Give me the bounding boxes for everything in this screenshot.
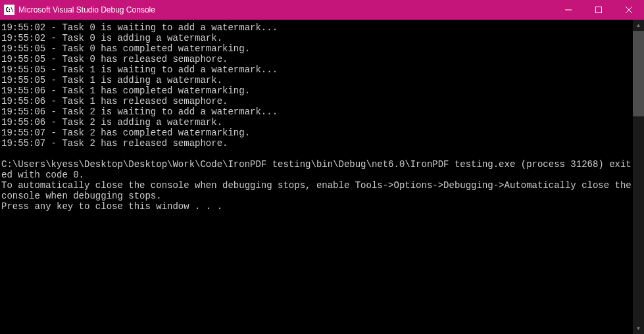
maximize-button[interactable] [583,0,614,20]
console-area: 19:55:02 - Task 0 is waiting to add a wa… [0,20,644,334]
log-line: 19:55:06 - Task 2 is waiting to add a wa… [1,107,633,117]
close-button[interactable] [614,0,644,20]
window-controls [553,0,644,20]
log-line [1,149,633,159]
log-line: 19:55:02 - Task 0 is adding a watermark. [1,33,633,43]
log-line: 19:55:07 - Task 2 has completed watermar… [1,128,633,138]
svg-rect-1 [596,7,602,13]
log-line: 19:55:05 - Task 1 is adding a watermark. [1,75,633,85]
press-key-message: Press any key to close this window . . . [1,201,633,212]
log-line: 19:55:05 - Task 0 has completed watermar… [1,43,633,54]
console-icon: C:\ [4,5,14,15]
log-line: 19:55:06 - Task 1 has completed watermar… [1,85,633,96]
log-line: 19:55:06 - Task 2 is adding a watermark. [1,117,633,128]
auto-close-message: To automatically close the console when … [1,180,633,201]
close-icon [626,7,632,13]
scrollbar-thumb[interactable] [633,31,644,116]
log-line: 19:55:02 - Task 0 is waiting to add a wa… [1,22,633,33]
window-titlebar: C:\ Microsoft Visual Studio Debug Consol… [0,0,644,20]
minimize-icon [565,7,572,13]
scrollbar-down-arrow-icon[interactable]: ▼ [633,323,644,334]
maximize-icon [595,7,602,13]
log-line: 19:55:06 - Task 1 has released semaphore… [1,96,633,107]
log-line: 19:55:05 - Task 0 has released semaphore… [1,54,633,64]
vertical-scrollbar[interactable]: ▲ ▼ [633,20,644,334]
log-line: 19:55:07 - Task 2 has released semaphore… [1,138,633,149]
minimize-button[interactable] [553,0,583,20]
window-title: Microsoft Visual Studio Debug Console [18,5,553,14]
console-output[interactable]: 19:55:02 - Task 0 is waiting to add a wa… [0,20,633,334]
log-line: 19:55:05 - Task 1 is waiting to add a wa… [1,64,633,75]
exit-message: C:\Users\kyess\Desktop\Desktop\Work\Code… [1,159,633,180]
scrollbar-up-arrow-icon[interactable]: ▲ [633,20,644,31]
